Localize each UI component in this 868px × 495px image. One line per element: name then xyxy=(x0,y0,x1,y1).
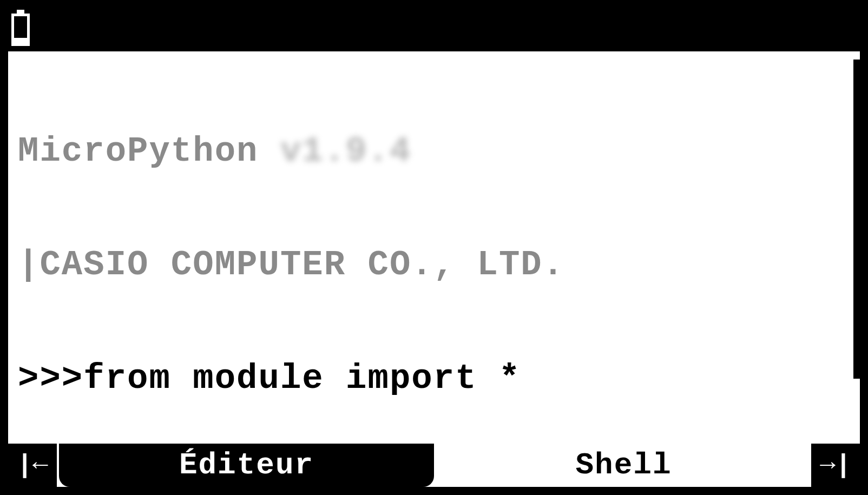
arrow-left-bar-icon: |← xyxy=(17,451,48,480)
tab-label: Shell xyxy=(575,448,672,483)
shell-output-area[interactable]: MicroPython v1.9.4 |CASIO COMPUTER CO., … xyxy=(8,51,860,444)
battery-icon xyxy=(11,14,30,46)
interpreter-title-line: MicroPython v1.9.4 xyxy=(18,133,850,170)
tab-editor[interactable]: Éditeur xyxy=(59,444,434,487)
shell-line: >>>from module import * xyxy=(18,360,850,398)
interpreter-version: v1.9.4 xyxy=(280,133,411,170)
shell-input: from module import * xyxy=(83,359,521,398)
nav-next-button[interactable]: →| xyxy=(811,444,860,487)
nav-prev-button[interactable]: |← xyxy=(8,444,57,487)
copyright-line: |CASIO COMPUTER CO., LTD. xyxy=(18,246,850,284)
scrollbar[interactable] xyxy=(853,60,860,379)
bottom-tab-bar: |← Éditeur Shell →| xyxy=(8,444,860,487)
interpreter-name: MicroPython xyxy=(18,132,258,171)
tab-shell[interactable]: Shell xyxy=(436,444,811,487)
calculator-screen: MicroPython v1.9.4 |CASIO COMPUTER CO., … xyxy=(0,0,868,495)
tab-label: Éditeur xyxy=(179,448,314,483)
prompt: >>> xyxy=(18,359,83,398)
status-bar xyxy=(8,8,860,51)
arrow-right-bar-icon: →| xyxy=(820,451,851,480)
